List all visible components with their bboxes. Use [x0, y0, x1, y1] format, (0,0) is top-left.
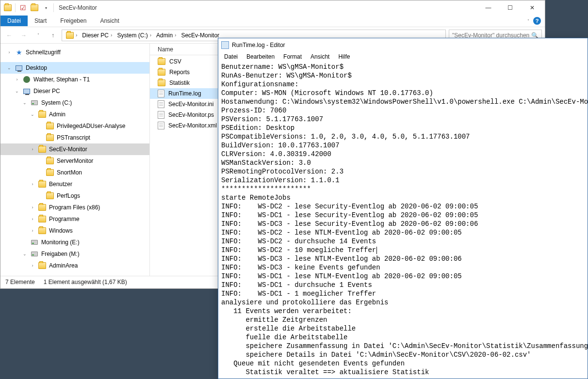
menu-view[interactable]: Ansicht	[307, 52, 333, 61]
status-selection: 1 Element ausgewählt (1,67 KB)	[44, 279, 127, 285]
nav-system-c[interactable]: ⌄System (C:)	[0, 97, 149, 109]
folder-icon	[46, 122, 54, 130]
nav-this-pc[interactable]: ⌄Dieser PC	[0, 85, 149, 97]
notepad-titlebar: RunTime.log - Editor	[218, 38, 588, 52]
folder-icon	[66, 32, 74, 39]
star-icon: ★	[15, 48, 23, 56]
folder-icon	[38, 262, 46, 269]
ribbon-expand-icon[interactable]: ˅	[527, 19, 529, 23]
nav-freigaben-m[interactable]: ⌄Freigaben (M:)	[0, 248, 149, 260]
minimize-button[interactable]: —	[477, 0, 499, 15]
nav-adminarea[interactable]: ›AdminArea	[0, 260, 149, 271]
nav-pstranscript[interactable]: PSTranscript	[0, 132, 149, 143]
notepad-title: RunTime.log - Editor	[232, 42, 285, 48]
breadcrumb-segment[interactable]: Admin	[156, 32, 173, 39]
user-icon	[23, 76, 31, 83]
menu-file[interactable]: Datei	[220, 52, 242, 61]
nav-perflogs[interactable]: PerfLogs	[0, 190, 149, 202]
monitor-icon	[15, 64, 23, 72]
folder-icon	[2, 2, 13, 13]
breadcrumb-segment[interactable]: System (C:)	[117, 32, 147, 39]
notepad-menu: Datei Bearbeiten Format Ansicht Hilfe	[218, 52, 588, 62]
tab-view[interactable]: Ansicht	[93, 16, 126, 26]
folder-icon	[38, 227, 46, 235]
nav-secev-monitor[interactable]: ›SecEv-Monitor	[0, 143, 149, 155]
help-icon[interactable]: ?	[533, 17, 541, 25]
tab-file[interactable]: Datei	[0, 16, 28, 26]
explorer-titlebar: ☑ ▾ SecEv-Monitor — ☐ ✕	[0, 0, 545, 15]
folder-icon	[38, 180, 46, 188]
folder-icon	[38, 204, 46, 211]
nav-progfiles[interactable]: ›Program Files (x86)	[0, 202, 149, 213]
breadcrumb-segment[interactable]: Dieser PC	[82, 32, 109, 39]
status-count: 7 Elemente	[5, 279, 35, 285]
maximize-button[interactable]: ☐	[499, 0, 521, 15]
drive-icon	[31, 99, 38, 107]
nav-windows[interactable]: ›Windows	[0, 225, 149, 237]
drive-icon	[31, 238, 38, 246]
nav-desktop[interactable]: ⌄Desktop	[0, 62, 149, 74]
menu-edit[interactable]: Bearbeiten	[243, 52, 278, 61]
properties-icon[interactable]: ☑	[17, 2, 28, 13]
window-title: SecEv-Monitor	[59, 4, 97, 11]
notepad-text-area[interactable]: Benutzername: WS\gMSA-Monitor$RunAs-Benu…	[218, 62, 588, 378]
folder-icon	[38, 145, 46, 153]
file-icon	[158, 90, 164, 97]
nav-user[interactable]: ›Walther, Stephan - T1	[0, 74, 149, 85]
nav-benutzer[interactable]: ›Benutzer	[0, 178, 149, 190]
folder-icon	[46, 157, 54, 165]
folder-icon	[46, 169, 54, 176]
nav-admin[interactable]: ⌄Admin	[0, 109, 149, 120]
nav-programme[interactable]: ›Programme	[0, 213, 149, 225]
ribbon: Datei Start Freigeben Ansicht ˅ ?	[0, 15, 545, 27]
quick-access-toolbar: ☑ ▾	[2, 2, 55, 13]
nav-priv[interactable]: PrivilegedADUser-Analyse	[0, 120, 149, 132]
folder-icon	[46, 134, 54, 142]
forward-button[interactable]: →	[18, 30, 30, 41]
folder-icon	[158, 69, 165, 76]
file-icon	[158, 111, 164, 119]
folder-icon	[38, 215, 46, 223]
folder-icon	[46, 192, 54, 200]
menu-format[interactable]: Format	[279, 52, 306, 61]
navigation-pane[interactable]: ›★Schnellzugriff ⌄Desktop ›Walther, Step…	[0, 44, 150, 276]
notepad-window: RunTime.log - Editor Datei Bearbeiten Fo…	[218, 38, 588, 379]
up-button[interactable]: ↑	[47, 30, 59, 41]
monitor-icon	[23, 87, 31, 95]
back-button[interactable]: ←	[3, 30, 15, 41]
drive-icon	[31, 250, 38, 258]
file-icon	[158, 100, 164, 108]
tab-start[interactable]: Start	[28, 16, 53, 26]
qat-dropdown-icon[interactable]: ▾	[41, 2, 51, 13]
nav-quick-access[interactable]: ›★Schnellzugriff	[0, 47, 149, 58]
close-button[interactable]: ✕	[521, 0, 543, 15]
breadcrumb-segment[interactable]: SecEv-Monitor	[181, 32, 219, 39]
notepad-icon	[221, 41, 229, 49]
file-icon	[158, 122, 164, 129]
folder-icon	[158, 58, 165, 65]
nav-servermonitor[interactable]: ServerMonitor	[0, 155, 149, 167]
nav-monitoring-e[interactable]: Monitoring (E:)	[0, 237, 149, 248]
nav-snortmon[interactable]: SnortMon	[0, 167, 149, 178]
new-folder-icon[interactable]	[29, 2, 40, 13]
history-dropdown-icon[interactable]: ˅	[33, 30, 44, 41]
folder-icon	[158, 79, 165, 86]
menu-help[interactable]: Hilfe	[334, 52, 354, 61]
tab-share[interactable]: Freigeben	[53, 16, 93, 26]
folder-icon	[38, 111, 46, 118]
